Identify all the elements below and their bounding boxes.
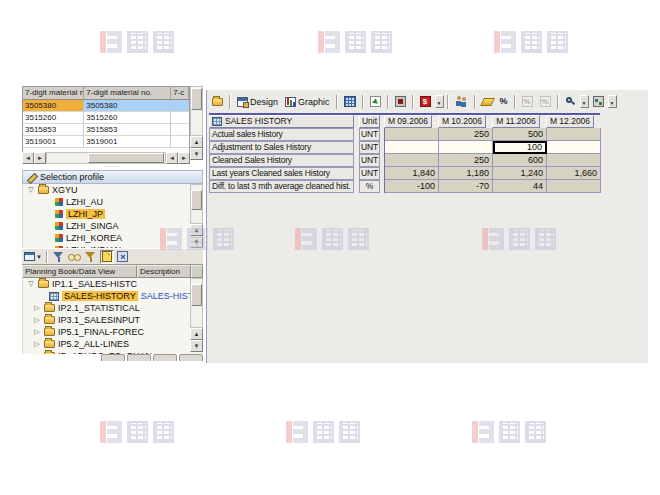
tree-node[interactable]: LZHI_SINGA xyxy=(23,220,202,232)
tree-node[interactable]: IP2.1_STATISTICAL xyxy=(23,302,202,314)
data-cell[interactable] xyxy=(547,154,601,167)
data-cell[interactable]: 1,840 xyxy=(385,167,439,180)
expander-closed-icon[interactable] xyxy=(33,316,41,324)
material-cell[interactable] xyxy=(171,100,189,112)
data-cell[interactable]: 500 xyxy=(493,128,547,141)
tree-node-label[interactable]: IP5.1_FINAL-FOREC xyxy=(58,327,144,337)
unit-column-header[interactable]: Unit xyxy=(359,115,380,128)
graphic-button[interactable]: Graphic xyxy=(282,93,333,110)
materials-column-header[interactable]: 7-digit material n.. xyxy=(23,87,84,100)
data-cell[interactable]: 44 xyxy=(493,180,547,193)
tree-node[interactable]: LZHI_KOREA xyxy=(23,232,202,244)
planning-tree-scroll-up-button[interactable]: ▲ xyxy=(190,328,203,340)
material-cell[interactable]: 3515853 xyxy=(23,124,84,136)
selection-tree-scroll-thumb[interactable] xyxy=(191,190,202,210)
tree-node-root[interactable]: XGYU xyxy=(23,184,202,196)
design-button[interactable]: Design xyxy=(234,93,281,110)
expander-open-icon[interactable] xyxy=(27,280,35,288)
data-cell[interactable]: -100 xyxy=(385,180,439,193)
filter-button[interactable] xyxy=(52,250,66,264)
close-selection-button[interactable] xyxy=(116,250,130,264)
display-dropdown-button[interactable]: ▼ xyxy=(608,95,617,108)
material-cell-selected[interactable]: 3505380 xyxy=(23,100,84,112)
collaboration-button[interactable] xyxy=(452,93,471,110)
description-column-header[interactable]: Description xyxy=(137,265,191,278)
material-cell[interactable]: 3519001 xyxy=(84,136,171,148)
tree-node-label[interactable]: LZHI_SINGA xyxy=(66,221,119,231)
display-settings-button[interactable] xyxy=(590,93,607,110)
tree-node-label[interactable]: IP1.1_SALES-HISTC xyxy=(52,279,137,289)
materials-scroll-left-button[interactable]: ◄ xyxy=(22,152,34,164)
key-figure-column-header[interactable]: SALES HISTORY xyxy=(209,115,354,128)
tree-node[interactable]: IP5.2_ALL-LINES xyxy=(23,338,202,350)
filter-find-button[interactable] xyxy=(84,250,98,264)
materials-scroll-up-button[interactable]: ▲ xyxy=(190,136,203,148)
material-cell[interactable]: 3515260 xyxy=(23,112,84,124)
materials-scroll-right-button-2[interactable]: ► xyxy=(178,152,190,164)
tree-node-root[interactable]: IP1.1_SALES-HISTC xyxy=(23,278,202,290)
highlight-button[interactable] xyxy=(479,93,496,110)
tree-node-label[interactable]: SALES-HISTORY xyxy=(62,291,138,301)
data-cell[interactable]: -70 xyxy=(439,180,493,193)
material-cell[interactable] xyxy=(171,136,189,148)
find-button[interactable] xyxy=(68,250,82,264)
selection-tree-scroll-down-button[interactable]: ▼ xyxy=(190,236,203,248)
tree-node-label[interactable]: LZHI_JP xyxy=(66,209,105,219)
editable-data-cell[interactable] xyxy=(439,141,493,154)
selection-tree-scroll-up-button[interactable]: ▲ xyxy=(190,224,203,236)
material-cell[interactable]: 3519001 xyxy=(23,136,84,148)
month-column-header[interactable]: M 09.2006 xyxy=(384,115,432,128)
material-cell[interactable] xyxy=(171,112,189,124)
table-view-button[interactable] xyxy=(341,93,359,110)
data-cell[interactable]: 1,660 xyxy=(547,167,601,180)
tree-node-selected[interactable]: LZHI_JP xyxy=(23,208,202,220)
data-cell[interactable]: 1,180 xyxy=(439,167,493,180)
materials-vertical-scroll-thumb[interactable] xyxy=(191,88,202,110)
month-column-header[interactable]: M 12.2006 xyxy=(546,115,594,128)
tree-node-label[interactable]: LZHI_KOREA xyxy=(66,233,122,243)
planning-tree-scroll-down-button[interactable]: ▼ xyxy=(190,340,203,352)
tree-node-selected[interactable]: SALES-HISTORY SALES-HISTOR xyxy=(23,290,202,302)
month-column-header[interactable]: M 10.2006 xyxy=(438,115,486,128)
zoom-button[interactable] xyxy=(562,93,579,110)
materials-scroll-down-button[interactable]: ▼ xyxy=(190,148,203,160)
editable-data-cell[interactable] xyxy=(547,141,601,154)
expander-closed-icon[interactable] xyxy=(33,328,41,336)
notes-button-active[interactable] xyxy=(100,250,114,264)
zoom-dropdown-button[interactable]: ▼ xyxy=(580,95,589,108)
planning-tree-scroll-thumb[interactable] xyxy=(191,284,202,306)
data-cell[interactable]: 1,240 xyxy=(493,167,547,180)
tree-node-label[interactable]: LZHI_AU xyxy=(66,197,103,207)
percent-button[interactable] xyxy=(497,93,511,110)
material-cell[interactable]: 3515260 xyxy=(84,112,171,124)
data-cell[interactable]: 250 xyxy=(439,128,493,141)
tree-node-label[interactable]: XGYU xyxy=(52,185,78,195)
tree-node-label[interactable]: IP2.1_STATISTICAL xyxy=(58,303,140,313)
data-cell[interactable]: 250 xyxy=(439,154,493,167)
shuffle-view-button[interactable]: ▼ xyxy=(24,250,42,264)
data-cell[interactable]: 600 xyxy=(493,154,547,167)
data-cell[interactable] xyxy=(385,128,439,141)
open-button[interactable] xyxy=(209,93,226,110)
tree-node-label[interactable]: IP5.2_ALL-LINES xyxy=(58,339,129,349)
tree-node-label[interactable]: IP3.1_SALESINPUT xyxy=(58,315,140,325)
material-cell[interactable]: 3505380 xyxy=(84,100,171,112)
currency-button[interactable] xyxy=(417,93,434,110)
material-cell[interactable] xyxy=(171,124,189,136)
expander-open-icon[interactable] xyxy=(27,186,35,194)
data-cell[interactable] xyxy=(547,128,601,141)
tree-node[interactable]: IP5.1_FINAL-FOREC xyxy=(23,326,202,338)
material-cell[interactable]: 3515853 xyxy=(84,124,171,136)
tree-node[interactable]: LZHI_AU xyxy=(23,196,202,208)
dropdown-button[interactable]: ▼ xyxy=(435,95,444,108)
planning-book-column-header[interactable]: Planning Book/Data View xyxy=(22,265,137,278)
data-cell[interactable] xyxy=(547,180,601,193)
data-cell[interactable] xyxy=(385,154,439,167)
editable-data-cell[interactable] xyxy=(385,141,439,154)
materials-horizontal-scroll-thumb[interactable] xyxy=(88,153,164,163)
graphic-view-button[interactable] xyxy=(367,93,384,110)
materials-scroll-right-button[interactable]: ► xyxy=(34,152,46,164)
focused-data-cell[interactable]: 100 xyxy=(493,141,547,154)
expander-closed-icon[interactable] xyxy=(33,304,41,312)
materials-scroll-left-button-2[interactable]: ◄ xyxy=(166,152,178,164)
